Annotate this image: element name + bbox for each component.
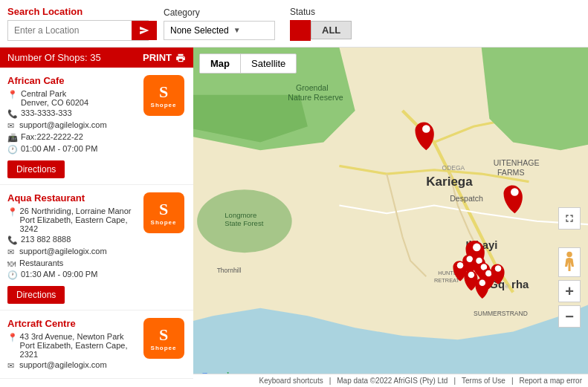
shop-info: African Cafe 📍 Central ParkDenver, CO 60… [7,75,135,178]
map-controls: + − [558,207,581,328]
map-footer: Keyboard shortcuts | Map data ©2022 Afri… [193,374,588,387]
main-content: Number Of Shops: 35 PRINT African Cafe 📍… [0,48,588,387]
status-label: Status [290,7,352,17]
status-buttons: ALL [290,20,352,41]
shops-list: African Cafe 📍 Central ParkDenver, CO 60… [0,68,193,387]
svg-point-19 [422,125,430,133]
email-icon: ✉ [7,361,16,371]
shop-hours-text: 01:30 AM - 09:00 PM [21,270,97,279]
shopee-s: S [159,82,168,102]
svg-text:Despatch: Despatch [450,194,483,203]
phone-icon: 📞 [7,109,18,119]
shop-logo: S Shopee [141,75,186,116]
svg-point-27 [457,262,464,269]
map-area[interactable]: Map Satellite Longmore Sta [193,48,588,387]
shop-address-text: 26 Northriding, Lorraine ManorPort Eliza… [20,206,135,233]
person-icon [563,251,576,273]
shopee-logo: S Shopee [143,192,184,233]
shop-name[interactable]: Aqua Restaurant [7,192,135,204]
shop-logo: S Shopee [141,192,186,233]
svg-point-28 [468,272,475,279]
svg-text:Longmore: Longmore [224,211,256,219]
search-input[interactable] [8,21,132,40]
category-icon: 🍽 [7,259,16,268]
svg-text:RETREAT: RETREAT [434,277,460,284]
shop-email: ✉ support@agilelogix.com [7,247,135,257]
svg-text:Nature Reserve: Nature Reserve [288,93,343,102]
footer-separator: | [453,377,456,385]
location-icon: 📍 [7,90,18,100]
keyboard-shortcuts-link[interactable]: Keyboard shortcuts [259,377,323,385]
shop-fax: 📠 Fax:222-2222-22 [7,132,135,143]
zoom-in-button[interactable]: + [558,280,581,302]
fax-icon: 📠 [7,133,18,143]
shop-name[interactable]: African Cafe [7,75,135,86]
print-button[interactable]: PRINT [143,52,186,63]
clock-icon: 🕐 [7,270,18,280]
svg-point-22 [467,256,474,263]
shop-fax-text: Fax:222-2222-22 [21,132,83,141]
tab-satellite[interactable]: Satellite [241,54,296,73]
shop-category-text: Restaurants [19,258,63,267]
shop-address: 📍 26 Northriding, Lorraine ManorPort Eli… [7,206,135,233]
search-input-wrapper [7,20,149,41]
shop-hours: 🕐 01:00 AM - 07:00 PM [7,144,135,155]
clock-icon: 🕐 [7,145,18,155]
category-section: Category None Selected ▼ [164,7,275,40]
svg-text:UITENHAGE: UITENHAGE [494,158,540,167]
shop-phone: 📞 213 882 8888 [7,235,135,245]
status-red-indicator[interactable] [290,20,311,41]
shop-address-text: Central ParkDenver, CO 60204 [21,89,88,107]
shop-logo: S Shopee [141,318,186,359]
search-location-label: Search Location [7,6,149,17]
tab-map[interactable]: Map [200,54,241,73]
shop-address: 📍 Central ParkDenver, CO 60204 [7,89,135,107]
svg-point-30 [566,252,572,258]
shop-hours-text: 01:00 AM - 07:00 PM [21,144,97,153]
shop-name[interactable]: Artcraft Centre [7,318,135,329]
svg-point-26 [495,265,502,272]
svg-text:SUMMERSTRAND: SUMMERSTRAND [474,310,528,317]
zoom-out-button[interactable]: − [558,305,581,328]
shop-info: Artcraft Centre 📍 43 3rd Avenue, Newton … [7,318,135,372]
terms-link[interactable]: Terms of Use [462,377,505,385]
shop-email: ✉ support@agilelogix.com [7,120,135,131]
search-location-section: Search Location [7,6,149,41]
status-all-button[interactable]: ALL [311,21,352,39]
footer-separator: | [329,377,332,385]
shopee-text: Shopee [151,345,177,351]
print-icon [175,53,186,63]
shop-address-text: 43 3rd Avenue, Newton ParkPort Elizabeth… [20,332,135,359]
map-tabs: Map Satellite [199,53,297,74]
map-data-link[interactable]: Map data ©2022 AfriGIS (Pty) Ltd [337,377,448,385]
svg-text:rha: rha [511,279,529,290]
shopee-logo: S Shopee [143,75,184,116]
category-dropdown[interactable]: None Selected ▼ [164,21,275,40]
map-svg: Longmore State Forest Kariega Despatch U… [193,48,588,387]
street-view-button[interactable] [558,247,581,277]
email-icon: ✉ [7,247,16,257]
search-button[interactable] [132,21,157,40]
directions-button[interactable]: Directions [7,160,65,178]
shop-hours: 🕐 01:30 AM - 09:00 PM [7,270,135,280]
print-label: PRINT [143,52,172,63]
shopee-text: Shopee [151,219,177,226]
email-icon: ✉ [7,121,16,131]
status-section: Status ALL [290,7,352,41]
report-error-link[interactable]: Report a map error [520,377,582,385]
svg-text:Groendal: Groendal [296,83,329,92]
svg-point-20 [511,188,519,196]
svg-text:e: e [505,282,509,290]
location-icon: 📍 [7,333,17,342]
svg-text:Kariega: Kariega [426,175,473,189]
shop-email-text: support@agilelogix.com [19,360,107,369]
category-selected-value: None Selected [170,25,229,36]
shop-item: Aqua Restaurant 📍 26 Northriding, Lorrai… [0,185,193,310]
svg-point-25 [485,270,492,277]
left-panel: Number Of Shops: 35 PRINT African Cafe 📍… [0,48,193,387]
fullscreen-button[interactable] [558,207,581,230]
directions-button[interactable]: Directions [7,286,65,304]
shopee-s: S [159,200,168,219]
shop-item: Artcraft Centre 📍 43 3rd Avenue, Newton … [0,310,193,379]
shop-item: African Cafe 📍 Central ParkDenver, CO 60… [0,68,193,185]
